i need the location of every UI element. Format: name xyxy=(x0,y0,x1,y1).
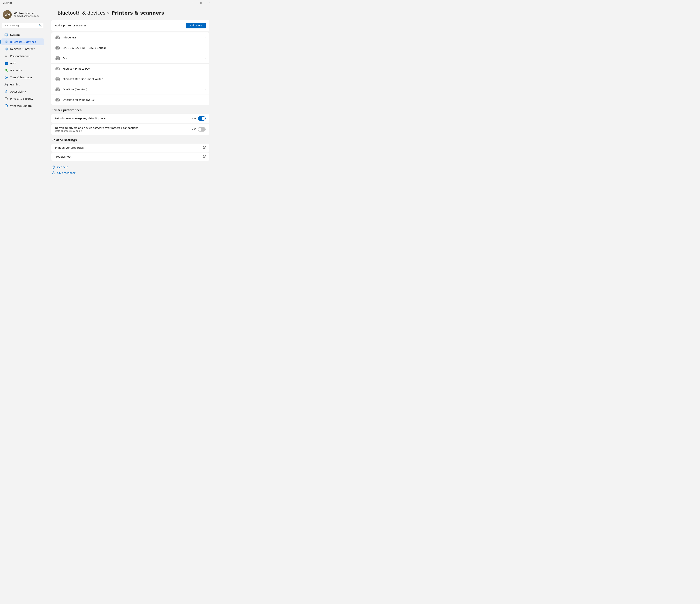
chevron-right-ms-xps: › xyxy=(204,78,206,81)
printer-item-ms-xps[interactable]: Microsoft XPS Document Writer › xyxy=(51,74,209,84)
sidebar-item-gaming[interactable]: 🎮 Gaming xyxy=(1,81,44,88)
printer-left-epson: EPSON02E226 (WF-R5690 Series) xyxy=(55,45,106,50)
related-label-print-server: Print server properties xyxy=(55,146,84,149)
svg-rect-0 xyxy=(5,34,8,36)
svg-rect-16 xyxy=(56,36,59,37)
add-device-row: Add a printer or scanner Add device xyxy=(51,20,209,31)
toggle-default-printer[interactable] xyxy=(198,116,206,121)
settings-window: Settings − □ ✕ WH William Harrel bill@wi… xyxy=(0,0,215,182)
sidebar-item-label-apps: Apps xyxy=(10,62,17,65)
printer-preferences-title: Printer preferences xyxy=(51,109,209,112)
svg-point-42 xyxy=(58,99,59,100)
svg-rect-17 xyxy=(57,38,58,39)
sidebar-item-bluetooth[interactable]: Bluetooth & devices xyxy=(1,38,44,45)
chevron-right-ms-print-pdf: › xyxy=(204,67,206,70)
maximize-button[interactable]: □ xyxy=(197,0,205,6)
svg-point-26 xyxy=(58,58,59,58)
svg-point-13 xyxy=(6,90,6,91)
sidebar-item-accessibility[interactable]: Accessibility xyxy=(1,88,44,95)
sidebar-nav: System Bluetooth & devices xyxy=(0,31,46,109)
printer-item-fax[interactable]: Fax › xyxy=(51,53,209,63)
toggle-row-content-download-drivers: Download drivers and device software ove… xyxy=(55,127,139,132)
titlebar: Settings − □ ✕ xyxy=(0,0,215,6)
time-icon xyxy=(4,76,8,79)
toggle-label-download-drivers: Download drivers and device software ove… xyxy=(55,127,139,129)
printer-item-onenote-win10[interactable]: OneNote for Windows 10 › xyxy=(51,95,209,105)
toggle-right-default-printer: On xyxy=(193,116,206,121)
printer-item-epson[interactable]: EPSON02E226 (WF-R5690 Series) › xyxy=(51,43,209,53)
related-item-print-server[interactable]: Print server properties xyxy=(51,143,209,152)
sidebar-item-apps[interactable]: Apps xyxy=(1,60,44,67)
sidebar-item-privacy[interactable]: Privacy & security xyxy=(1,95,44,102)
printer-name-fax: Fax xyxy=(63,57,67,60)
accounts-icon xyxy=(4,69,8,72)
svg-rect-24 xyxy=(56,56,59,58)
related-label-troubleshoot: Troubleshoot xyxy=(55,155,72,158)
chevron-right-epson: › xyxy=(204,47,206,49)
back-button[interactable]: ← xyxy=(51,10,56,16)
help-section: Get help Give feedback xyxy=(51,165,209,175)
search-box: 🔍 xyxy=(2,23,43,28)
toggle-label-default-printer: Let Windows manage my default printer xyxy=(55,117,106,120)
svg-rect-32 xyxy=(56,77,59,79)
svg-rect-33 xyxy=(56,80,59,81)
add-device-button[interactable]: Add device xyxy=(186,23,206,28)
breadcrumb-current: Printers & scanners xyxy=(111,10,164,16)
sidebar-item-label-network: Network & internet xyxy=(10,48,35,50)
svg-rect-40 xyxy=(56,98,59,99)
accessibility-icon xyxy=(4,90,8,94)
toggle-download-drivers[interactable] xyxy=(198,127,206,132)
printer-icon-epson xyxy=(55,45,60,50)
sidebar-item-label-bluetooth: Bluetooth & devices xyxy=(10,41,36,43)
printer-list: Adobe PDF › xyxy=(51,32,209,105)
sidebar-item-time[interactable]: Time & language xyxy=(1,74,44,81)
related-item-troubleshoot[interactable]: Troubleshoot xyxy=(51,153,209,161)
sidebar-item-accounts[interactable]: Accounts xyxy=(1,67,44,74)
svg-line-44 xyxy=(204,155,205,157)
minimize-button[interactable]: − xyxy=(189,0,197,6)
printer-icon-fax xyxy=(55,56,60,61)
window-controls: − □ ✕ xyxy=(189,0,214,6)
user-info: William Harrel bill@williamharrel.com xyxy=(14,12,39,17)
avatar-image: WH xyxy=(3,10,12,19)
sidebar-item-system[interactable]: System xyxy=(1,31,44,38)
sidebar-item-label-accounts: Accounts xyxy=(10,69,22,72)
chevron-right-fax: › xyxy=(204,57,206,60)
main-layout: WH William Harrel bill@williamharrel.com… xyxy=(0,6,215,182)
get-help-icon xyxy=(51,165,55,169)
apps-icon xyxy=(4,61,8,65)
get-help-link[interactable]: Get help xyxy=(51,165,209,169)
breadcrumb-parent[interactable]: Bluetooth & devices xyxy=(58,10,105,16)
svg-point-9 xyxy=(5,69,7,71)
svg-rect-36 xyxy=(56,88,59,89)
printer-item-ms-print-pdf[interactable]: Microsoft Print to PDF › xyxy=(51,63,209,74)
printer-item-onenote-desktop[interactable]: OneNote (Desktop) › xyxy=(51,84,209,95)
window-title: Settings xyxy=(3,2,12,4)
svg-rect-25 xyxy=(57,59,58,60)
printer-left-ms-print-pdf: Microsoft Print to PDF xyxy=(55,66,90,71)
sidebar-item-network[interactable]: Network & internet xyxy=(1,46,44,52)
printer-left-fax: Fax xyxy=(55,56,67,61)
svg-rect-28 xyxy=(56,67,59,68)
sidebar-item-personalization[interactable]: ✏️ Personalization xyxy=(1,53,44,59)
printer-item-adobe-pdf[interactable]: Adobe PDF › xyxy=(51,32,209,43)
privacy-icon xyxy=(4,97,8,101)
bluetooth-icon xyxy=(4,40,8,44)
printer-left-ms-xps: Microsoft XPS Document Writer xyxy=(55,77,103,82)
close-button[interactable]: ✕ xyxy=(205,0,214,6)
svg-point-18 xyxy=(58,37,59,38)
gaming-icon: 🎮 xyxy=(4,83,8,86)
give-feedback-label: Give feedback xyxy=(57,172,75,174)
sidebar-item-label-update: Windows Update xyxy=(10,104,32,107)
printer-icon-ms-xps xyxy=(55,77,60,82)
printer-name-ms-print-pdf: Microsoft Print to PDF xyxy=(63,67,90,70)
svg-rect-5 xyxy=(5,62,6,63)
svg-rect-7 xyxy=(5,63,6,65)
sidebar-item-update[interactable]: Windows Update xyxy=(1,102,44,109)
printer-name-adobe-pdf: Adobe PDF xyxy=(63,36,77,39)
printer-name-ms-xps: Microsoft XPS Document Writer xyxy=(63,78,103,81)
give-feedback-link[interactable]: Give feedback xyxy=(51,171,209,175)
avatar: WH xyxy=(3,10,12,19)
search-input[interactable] xyxy=(2,23,43,28)
svg-rect-20 xyxy=(56,46,59,47)
